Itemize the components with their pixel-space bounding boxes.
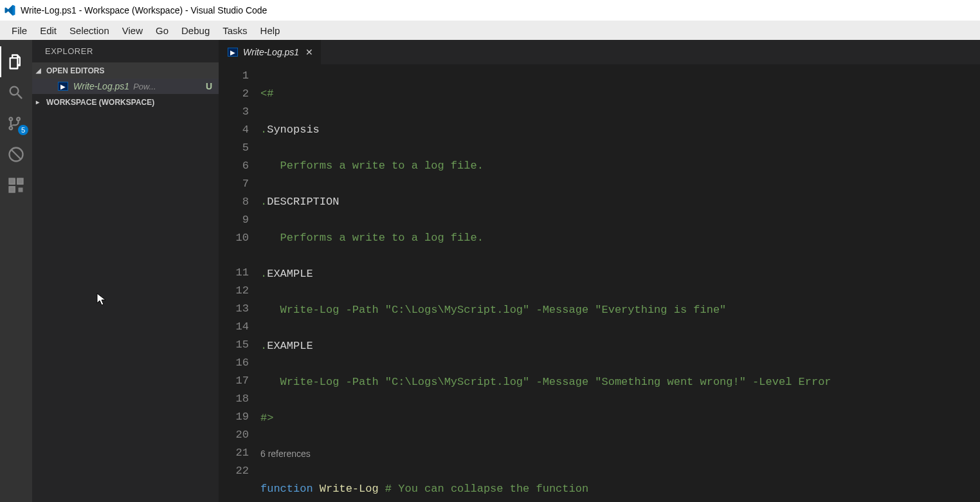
editor-area: ▶ Write-Log.ps1 ✕ 1 2 3 4 5 6 7 8 9 10 1…: [219, 40, 980, 502]
search-icon: [7, 84, 25, 102]
scm-badge: 5: [18, 125, 28, 135]
close-icon[interactable]: ✕: [305, 47, 313, 57]
workbench: 5 EXPLORER ◢ OPEN EDITORS ▶ Write-Log.ps…: [0, 40, 980, 502]
open-editors-label: OPEN EDITORS: [46, 66, 104, 75]
extensions-icon: [7, 176, 25, 194]
activity-bar: 5: [0, 40, 32, 502]
window-title: Write-Log.ps1 - Workspace (Workspace) - …: [21, 5, 267, 15]
sidebar-title: EXPLORER: [32, 40, 219, 62]
debug-icon: [7, 145, 25, 163]
open-editor-item[interactable]: ▶ Write-Log.ps1 Pow... U: [32, 79, 219, 94]
menu-help[interactable]: Help: [254, 23, 287, 39]
open-editor-filename: Write-Log.ps1: [73, 81, 129, 91]
powershell-file-icon: ▶: [58, 82, 68, 91]
codelens-references[interactable]: 6 references: [260, 445, 980, 462]
line-gutter: 1 2 3 4 5 6 7 8 9 10 11 12 13 14 15 16 1…: [219, 64, 260, 502]
open-editor-hint: Pow...: [133, 82, 206, 91]
menu-debug[interactable]: Debug: [175, 23, 216, 39]
activity-debug[interactable]: [0, 139, 32, 170]
workspace-header[interactable]: ▸ WORKSPACE (WORKSPACE): [32, 94, 219, 110]
code-content[interactable]: <# .Synopsis Performs a write to a log f…: [260, 64, 980, 502]
chevron-down-icon: ◢: [36, 67, 44, 74]
menu-tasks[interactable]: Tasks: [216, 23, 253, 39]
menu-view[interactable]: View: [116, 23, 149, 39]
menu-go[interactable]: Go: [149, 23, 175, 39]
menu-selection[interactable]: Selection: [63, 23, 116, 39]
open-editor-status: U: [206, 81, 212, 91]
vscode-logo-icon: [4, 5, 15, 16]
activity-scm[interactable]: 5: [0, 108, 32, 139]
menu-file[interactable]: File: [5, 23, 33, 39]
workspace-label: WORKSPACE (WORKSPACE): [46, 98, 154, 107]
window-titlebar: Write-Log.ps1 - Workspace (Workspace) - …: [0, 0, 980, 21]
activity-explorer[interactable]: [0, 46, 32, 77]
tab-label: Write-Log.ps1: [243, 47, 299, 57]
editor-tabs: ▶ Write-Log.ps1 ✕: [219, 40, 980, 64]
open-editors-header[interactable]: ◢ OPEN EDITORS: [32, 62, 219, 79]
chevron-right-icon: ▸: [36, 98, 44, 106]
menubar: File Edit Selection View Go Debug Tasks …: [0, 21, 980, 40]
editor-body[interactable]: 1 2 3 4 5 6 7 8 9 10 11 12 13 14 15 16 1…: [219, 64, 980, 502]
menu-edit[interactable]: Edit: [33, 23, 63, 39]
explorer-sidebar: EXPLORER ◢ OPEN EDITORS ▶ Write-Log.ps1 …: [32, 40, 219, 502]
tab-write-log[interactable]: ▶ Write-Log.ps1 ✕: [219, 40, 321, 64]
activity-search[interactable]: [0, 77, 32, 108]
powershell-file-icon: ▶: [228, 48, 238, 57]
files-icon: [7, 53, 25, 71]
activity-extensions[interactable]: [0, 170, 32, 201]
